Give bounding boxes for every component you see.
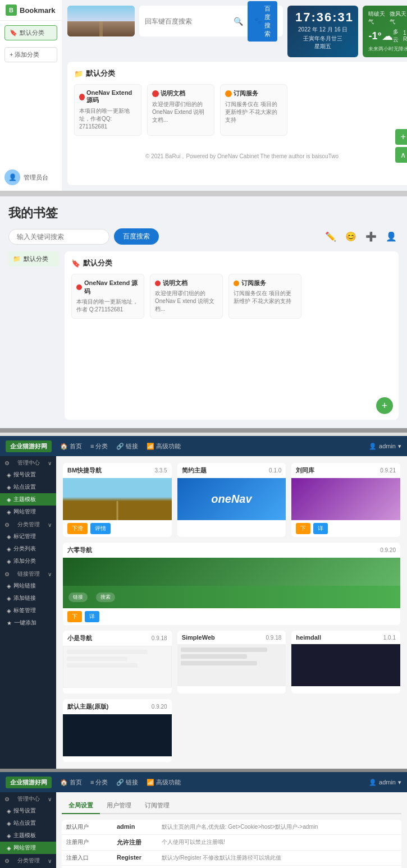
- s4-nav-category[interactable]: ≡ 分类: [90, 778, 108, 787]
- s1-fab-up-btn[interactable]: ∧: [395, 147, 407, 163]
- s4-sidebar-item-主题模板[interactable]: ◈主题模板: [0, 829, 56, 842]
- s3-theme-card-1-footer: [177, 520, 286, 526]
- s4-sidebar-item-站点设置[interactable]: ◈站点设置: [0, 817, 56, 829]
- s3-theme-card-4-header: 小是导航 0.9.18: [63, 631, 172, 646]
- s2-avatar-btn[interactable]: 😊: [344, 229, 358, 244]
- s4-tab-subscriptions[interactable]: 订阅管理: [138, 798, 176, 814]
- s2-bookmark-icon-0: [76, 284, 82, 290]
- s3-admin-btn[interactable]: 👤 admin ▾: [369, 443, 401, 450]
- s3-download-btn-3[interactable]: 下: [67, 611, 82, 622]
- s2-user-btn[interactable]: 👤: [384, 229, 399, 244]
- s2-add-btn[interactable]: ➕: [364, 229, 378, 244]
- s2-bookmark-card-1[interactable]: 说明文档 欢迎使用谬们组的的 OneNav E xtend 说明文档...: [150, 274, 223, 319]
- s2-search-input[interactable]: [8, 229, 109, 245]
- s4-sidebar-item-号设置[interactable]: ◈报号设置: [0, 805, 56, 817]
- sidebar-item-号设置[interactable]: ◈ 报号设置: [0, 469, 56, 481]
- s3-nav-advanced[interactable]: 📶 高级功能: [147, 442, 181, 451]
- s1-default-category-btn[interactable]: 🔖 默认分类: [4, 25, 57, 40]
- s3-theme-card-4: 小是导航 0.9.18: [63, 631, 172, 694]
- s3-nav-link[interactable]: 🔗 链接: [116, 442, 138, 451]
- s3-theme-preview-7: [63, 714, 172, 756]
- sidebar-item-网站链接[interactable]: ◈网站链接: [0, 580, 56, 592]
- sidebar-item-站点设置[interactable]: ◈ 站点设置: [0, 481, 56, 493]
- gear-icon: ⚙: [4, 460, 10, 466]
- s1-search-input[interactable]: [145, 17, 229, 25]
- s1-search-btn-icon: 🐾: [254, 17, 262, 25]
- s1-bookmark-card-2[interactable]: 订阅服务 订阅服务仅在 项目的更新维护 不花大家的支持: [220, 84, 287, 136]
- s2-edit-btn[interactable]: ✏️: [323, 229, 338, 244]
- s4-admin-btn[interactable]: 👤 admin ▾: [369, 779, 401, 786]
- sidebar-group-links-title[interactable]: ⚙ 链接管理 ∨: [0, 567, 56, 580]
- sidebar-item-添加链接[interactable]: ◈添加链接: [0, 592, 56, 604]
- s2-bookmark-card-2-title: 订阅服务: [241, 279, 266, 287]
- s4-sidebar-group-label: 管理中心: [17, 795, 40, 803]
- sidebar-item-添加分类[interactable]: ◈添加分类: [0, 555, 56, 567]
- s3-theme-card-2: 刘同库 0.9.21 下 详: [291, 463, 400, 537]
- s3-detail-btn-3[interactable]: 详: [85, 611, 99, 622]
- s4-sidebar-item-网站管理[interactable]: ◈网站管理: [0, 842, 56, 854]
- s3-download-btn-2[interactable]: 下: [296, 523, 310, 534]
- sidebar-item-一键添加[interactable]: ★一键添加: [0, 617, 56, 629]
- s2-bookmark-card-0[interactable]: OneNav Extend 源码 本项目的唯一更新地址，作者 Q:2711526…: [71, 274, 144, 319]
- s1-add-category-btn[interactable]: + 添加分类: [4, 47, 57, 62]
- s4-tab-global[interactable]: 全局设置: [62, 798, 100, 814]
- s1-clock-time: 17:36:31: [295, 10, 350, 25]
- setting-key: 登录入口: [62, 866, 112, 869]
- s3-download-btn-0[interactable]: 下滑: [67, 523, 88, 534]
- table-row: 登录入口 login 默认:/login 修改后可以封堵默认登录入口,否则可以靠…: [62, 866, 401, 869]
- s3-nav-category[interactable]: ≡ 分类: [90, 442, 108, 451]
- setting-value: login: [112, 866, 157, 869]
- s3-detail-btn-0[interactable]: 评情: [90, 523, 111, 534]
- s1-bookmark-card-2-title: 订阅服务: [234, 89, 258, 98]
- s2-sidebar-item-default[interactable]: 📁 默认分类: [8, 251, 59, 267]
- s4-nav-category-label: 分类: [95, 778, 108, 787]
- s4-sidebar-group-category-title[interactable]: ⚙ 分类管理 ∨: [0, 854, 56, 866]
- s4-nav-advanced[interactable]: 📶 高级功能: [147, 778, 181, 787]
- s1-bookmark-icon-0: [79, 94, 85, 100]
- s2-top-bar: 百度搜索 ✏️ 😊 ➕ 👤: [8, 228, 399, 245]
- sidebar-item-分类列表[interactable]: ◈分类列表: [0, 543, 56, 555]
- s2-folder-icon: 🔖: [71, 259, 80, 268]
- s1-baidu-search-btn[interactable]: 🐾 百度搜索: [248, 1, 277, 42]
- s1-bookmark-card-0-desc: 本项目的唯一更新地址，作者QQ: 271152681: [79, 107, 136, 131]
- sidebar-group-category-title[interactable]: ⚙ 分类管理 ∨: [0, 518, 56, 530]
- sidebar-item-主题模板[interactable]: ◈ 主题模板: [0, 493, 56, 506]
- chevron-down-2-icon: ∨: [48, 522, 52, 528]
- sidebar-item-标记管理[interactable]: ◈标记管理: [0, 530, 56, 543]
- s3-theme-card-1-version: 0.1.0: [269, 467, 281, 474]
- section3-admin-themes: 企业猫游好网 🏠 首页 ≡ 分类 🔗 链接 📶 高级功能 👤 admin ▾ ⚙: [0, 436, 407, 769]
- s1-bookmark-card-1[interactable]: 说明文档 欢迎使用谬们组的的 OneNav Extend 说明文档...: [147, 84, 214, 136]
- s3-theme-card-5-footer: [177, 686, 286, 692]
- s3-theme-card-5-title: SimpleWeb: [182, 634, 215, 641]
- s2-bookmark-card-2-header: 订阅服务: [234, 279, 296, 287]
- s3-theme-card-7-header: 默认主题(原版) 0.9.20: [63, 699, 172, 714]
- web-icon: ◈: [7, 583, 11, 589]
- s2-fab-plus-btn[interactable]: +: [376, 397, 393, 414]
- s1-clock-box: 17:36:31 2022 年 12 月 16 日 壬寅年冬月廿三 星期五: [287, 6, 358, 57]
- s4-nav-home[interactable]: 🏠 首页: [60, 778, 82, 787]
- s2-bookmark-card-2[interactable]: 订阅服务 订阅服务仅在 项目的更新维护 不花大家的支持: [228, 274, 301, 319]
- s4-nav-home-label: 首页: [70, 778, 82, 787]
- s2-fab: +: [376, 397, 393, 414]
- s4-nav-link[interactable]: 🔗 链接: [116, 778, 138, 787]
- s3-theme-card-1-title: 简约主题: [182, 466, 207, 475]
- s3-nav-home[interactable]: 🏠 首页: [60, 442, 82, 451]
- sidebar-item-label-1: 站点设置: [13, 483, 36, 491]
- sidebar-group-links-label: 链接管理: [17, 570, 40, 578]
- sidebar-item-标签管理[interactable]: ◈标签管理: [0, 604, 56, 617]
- s3-nav-home-label: 首页: [70, 442, 82, 451]
- sidebar-group-admin-title[interactable]: ⚙ 管理中心 ∨: [0, 456, 56, 469]
- s4-manage-icon: ◈: [7, 845, 11, 851]
- sidebar-item-网站管理[interactable]: ◈ 网站管理: [0, 506, 56, 518]
- site-icon: ◈: [7, 484, 11, 490]
- s2-plus-icon: +: [382, 400, 388, 412]
- s4-main: 全局设置 用户管理 订阅管理 默认用户 admin 默认主页的用户名,优先级: …: [56, 792, 407, 868]
- s1-bookmark-card-1-title: 说明文档: [161, 89, 185, 98]
- s4-tab-users[interactable]: 用户管理: [100, 798, 138, 814]
- s2-section-title: 🔖 默认分类: [71, 258, 392, 268]
- s4-sidebar-group-admin-title[interactable]: ⚙ 管理中心 ∨: [0, 792, 56, 805]
- s1-bookmark-card-0[interactable]: OneNav Extend 源码 本项目的唯一更新地址，作者QQ: 271152…: [74, 84, 141, 136]
- s2-search-btn[interactable]: 百度搜索: [114, 228, 159, 245]
- s3-detail-btn-2[interactable]: 详: [313, 523, 328, 534]
- s1-fab-plus-btn[interactable]: +: [395, 129, 407, 145]
